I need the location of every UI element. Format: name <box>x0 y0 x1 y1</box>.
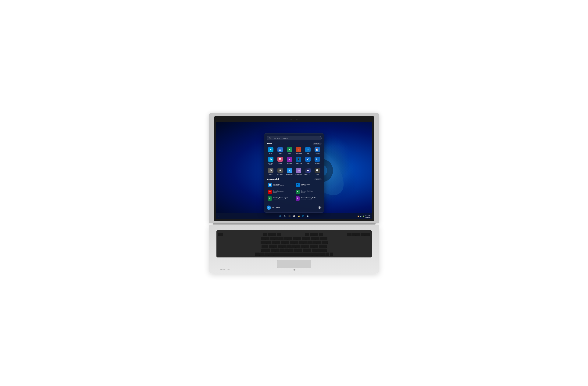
taskbar-clock[interactable]: 11:11 AM 10/20/21 <box>365 214 371 218</box>
key-f[interactable] <box>282 245 287 248</box>
key-esc[interactable] <box>218 233 223 236</box>
key-f7[interactable] <box>314 233 318 236</box>
key-1[interactable] <box>265 237 270 240</box>
key-x[interactable] <box>275 249 279 252</box>
key-f9[interactable] <box>347 233 351 236</box>
key-o[interactable] <box>303 241 308 244</box>
app-calculator[interactable]: 🖩 Calculator <box>276 167 284 176</box>
start-button[interactable]: ⊞ <box>279 214 282 218</box>
power-button[interactable]: ⏻ <box>318 206 322 209</box>
key-rctrl[interactable] <box>317 252 322 256</box>
taskbar-store[interactable]: 🗒️ <box>306 214 310 218</box>
key-f11[interactable] <box>356 233 360 236</box>
user-info[interactable]: S Sara Philips <box>267 205 280 210</box>
key-4[interactable] <box>279 237 283 240</box>
key-v[interactable] <box>284 249 289 252</box>
key-d[interactable] <box>278 245 282 248</box>
taskbar-explorer[interactable]: 📁 <box>297 214 300 218</box>
key-m[interactable] <box>298 249 302 252</box>
key-minus[interactable] <box>311 237 315 240</box>
key-backtick[interactable] <box>261 237 265 240</box>
key-tab[interactable] <box>261 241 267 244</box>
key-r[interactable] <box>281 241 285 244</box>
rec-expense[interactable]: X Expense Worksheet 12h ago <box>294 189 322 195</box>
key-lbracket[interactable] <box>313 241 317 244</box>
key-ralt[interactable] <box>312 252 317 256</box>
key-b[interactable] <box>289 249 293 252</box>
app-powerpoint[interactable]: P PowerPoint <box>294 146 303 155</box>
rec-payroll[interactable]: X Quarterly Payroll Report Yesterday at … <box>267 195 294 202</box>
key-c[interactable] <box>280 249 284 252</box>
app-mail[interactable]: ✉ Mail <box>304 146 312 155</box>
key-y[interactable] <box>290 241 294 244</box>
app-linkedin[interactable]: in LinkedIn <box>313 156 322 166</box>
key-l[interactable] <box>305 245 309 248</box>
key-2[interactable] <box>270 237 274 240</box>
app-clock[interactable]: 🕐 Clock <box>313 167 322 176</box>
key-backslash[interactable] <box>322 241 328 244</box>
key-g[interactable] <box>287 245 291 248</box>
key-lshift[interactable] <box>261 249 271 252</box>
taskbar-chat[interactable]: 💬 <box>292 214 296 218</box>
key-f6[interactable] <box>310 233 314 236</box>
app-word[interactable]: W Word <box>276 146 284 155</box>
key-rshift[interactable] <box>316 249 327 252</box>
key-left[interactable] <box>322 252 326 256</box>
key-0[interactable] <box>306 237 310 240</box>
key-comma[interactable] <box>303 249 307 252</box>
key-f1[interactable] <box>263 233 267 236</box>
key-z[interactable] <box>271 249 275 252</box>
key-f2[interactable] <box>268 233 272 236</box>
app-calendar[interactable]: 📅 Calendar <box>313 146 322 155</box>
key-right[interactable] <box>330 252 333 256</box>
search-bar[interactable]: 🔍 Type here to search <box>267 136 322 140</box>
key-alt[interactable] <box>269 252 274 256</box>
key-s[interactable] <box>273 245 277 248</box>
app-movies[interactable]: ▶ Movies & TV <box>304 167 312 176</box>
key-h[interactable] <box>292 245 296 248</box>
key-f4[interactable] <box>277 233 281 236</box>
key-u[interactable] <box>294 241 298 244</box>
rec-adatum[interactable]: P Adatum Company Profile Yesterday at 1:… <box>294 195 322 202</box>
taskbar-widgets[interactable]: ⬛ <box>288 214 292 218</box>
app-photos[interactable]: 🖼 Photos <box>276 156 284 166</box>
key-backspace[interactable] <box>320 237 327 240</box>
key-rbracket[interactable] <box>317 241 321 244</box>
key-k[interactable] <box>300 245 305 248</box>
key-win[interactable] <box>265 252 269 256</box>
key-slash[interactable] <box>312 249 316 252</box>
app-excel[interactable]: X Excel <box>285 146 294 155</box>
key-9[interactable] <box>302 237 306 240</box>
app-onenote[interactable]: N OneNote <box>285 156 294 166</box>
app-yourphone[interactable]: 📱 Your Phone <box>294 156 303 166</box>
rec-travel[interactable]: ✈ Travel Itinerary 17m ago <box>294 182 322 188</box>
key-down[interactable] <box>326 254 329 256</box>
key-q[interactable] <box>267 241 271 244</box>
app-msstore[interactable]: 🛍 Microsoft Store <box>267 156 275 166</box>
rec-brand[interactable]: PDF Brand Guidelines 2h ago <box>267 189 294 195</box>
app-settings[interactable]: ⚙ Settings <box>267 167 275 176</box>
rec-get-started[interactable]: 🪟 Get Started Welcome to Windows <box>267 182 294 188</box>
key-ctrl[interactable] <box>260 252 265 256</box>
key-up[interactable] <box>326 252 329 254</box>
app-whiteboard[interactable]: 🖊 Whiteboard <box>285 167 294 176</box>
app-snipping[interactable]: ✂ Snipping Tool <box>294 167 303 176</box>
key-j[interactable] <box>296 245 300 248</box>
touchpad[interactable] <box>277 260 311 268</box>
key-fn[interactable] <box>255 252 260 256</box>
key-f10[interactable] <box>352 233 356 236</box>
key-3[interactable] <box>274 237 279 240</box>
key-w[interactable] <box>272 241 276 244</box>
key-6[interactable] <box>288 237 292 240</box>
key-capslock[interactable] <box>262 245 268 248</box>
key-period[interactable] <box>307 249 311 252</box>
key-n[interactable] <box>294 249 298 252</box>
key-e[interactable] <box>276 241 280 244</box>
taskbar-search[interactable]: 🔍 <box>283 214 287 218</box>
key-7[interactable] <box>293 237 297 240</box>
key-i[interactable] <box>299 241 303 244</box>
key-5[interactable] <box>283 237 288 240</box>
key-f12[interactable] <box>360 233 365 236</box>
key-t[interactable] <box>285 241 289 244</box>
key-semicolon[interactable] <box>310 245 314 248</box>
